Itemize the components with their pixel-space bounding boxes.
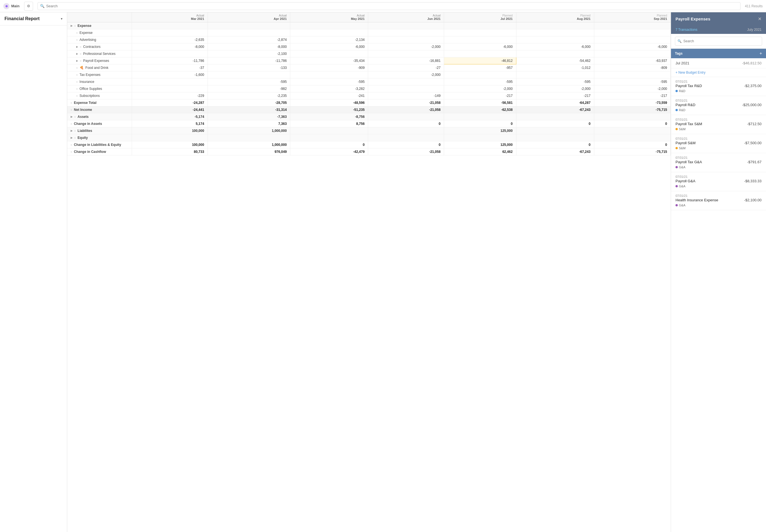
row-value-cell: -6,000	[290, 43, 368, 50]
transaction-amount: -$2,375.00	[744, 84, 762, 88]
top-nav: ◉ Main ⚙ 🔍 411 Results	[0, 0, 766, 12]
row-value-cell: 976,049	[208, 148, 290, 155]
right-panel: Payroll Expenses ✕ 7 Transactions July 2…	[671, 12, 766, 532]
transaction-item[interactable]: 07/31/21Payroll Tax R&D-$2,375.00R&D	[671, 77, 766, 96]
drag-icon: ≡	[71, 101, 72, 104]
sidebar-chevron[interactable]: ▾	[61, 17, 62, 21]
expand-icon[interactable]: ▶	[76, 52, 78, 55]
row-value-cell: -37	[132, 64, 208, 71]
food-icon: 🍕	[80, 66, 84, 70]
table-row: ≡Expense Total-24,287-28,705-48,596-21,0…	[67, 99, 671, 106]
tag-label: S&M	[679, 146, 686, 150]
panel-date-label: July 2021	[747, 28, 762, 32]
tag-dot	[676, 204, 678, 206]
row-label-text: Expense Total	[74, 101, 96, 105]
drag-icon: ≡	[74, 136, 76, 139]
panel-new-entry: + New Budget Entry	[671, 68, 766, 77]
row-value-cell: 1,000,000	[208, 141, 290, 148]
row-value-cell: 0	[290, 141, 368, 148]
new-budget-entry-button[interactable]: + New Budget Entry	[676, 71, 762, 74]
drag-icon: ≡	[80, 59, 81, 62]
row-value-cell: -2,000	[594, 85, 671, 92]
drag-icon: ≡	[76, 73, 78, 76]
row-value-cell	[290, 71, 368, 78]
transaction-date: 07/31/21	[676, 175, 762, 178]
row-label-text: Advertising	[80, 38, 96, 42]
expand-icon[interactable]: ▶	[71, 136, 73, 139]
row-value-cell	[594, 36, 671, 43]
drag-icon: ≡	[76, 66, 78, 69]
row-value-cell: -35,434	[290, 57, 368, 64]
row-value-cell: -48,596	[290, 99, 368, 106]
transaction-name-text: Payroll Tax S&M	[676, 122, 702, 126]
col-header-jun2021: ActualJun 2021	[368, 12, 444, 22]
row-label-cell: ▶≡Liabilites	[67, 127, 132, 134]
row-label-cell: ≡Advertising	[67, 36, 132, 43]
table-row: ▶≡Expense	[67, 22, 671, 29]
row-label-text: Professional Services	[83, 52, 115, 56]
row-value-cell	[368, 113, 444, 120]
nav-search-input[interactable]	[46, 4, 738, 8]
transaction-name-text: Payroll Tax R&D	[676, 84, 702, 88]
row-value-cell	[594, 22, 671, 29]
row-value-cell: 0	[368, 120, 444, 127]
row-value-cell	[208, 22, 290, 29]
col-header-apr2021: ActualApr 2021	[208, 12, 290, 22]
col-header-aug2021: PlannedAug 2021	[516, 12, 594, 22]
row-value-cell: 8,756	[290, 120, 368, 127]
row-value-cell: -21,058	[368, 99, 444, 106]
row-value-cell	[516, 127, 594, 134]
transaction-amount: -$2,100.00	[744, 198, 762, 202]
row-value-cell	[444, 71, 516, 78]
expand-icon[interactable]: ▶	[71, 115, 73, 118]
transaction-item[interactable]: 07/31/21Payroll Tax S&M-$712.50S&M	[671, 115, 766, 134]
row-value-cell: -2,100	[208, 50, 290, 57]
tag-dot	[676, 128, 678, 130]
transaction-item[interactable]: 07/31/21Payroll G&A-$8,333.33G&A	[671, 172, 766, 191]
row-label-cell: ▶≡Contractors	[67, 43, 132, 50]
transaction-amount: -$791.67	[747, 160, 762, 164]
row-value-cell	[132, 85, 208, 92]
col-header-jul2021: PlannedJul 2021	[444, 12, 516, 22]
row-label-cell: ≡Tax Expenses	[67, 71, 132, 78]
panel-header: Payroll Expenses ✕	[671, 12, 766, 25]
row-label-text: Food and Drink	[85, 66, 108, 70]
row-label-text: Insurance	[80, 80, 94, 84]
drag-icon: ≡	[71, 122, 72, 125]
table-row: ▶≡Equity	[67, 134, 671, 141]
expand-icon[interactable]: ▶	[71, 24, 73, 27]
row-value-cell: -809	[594, 64, 671, 71]
row-value-cell	[594, 50, 671, 57]
row-value-cell: -2,000	[516, 85, 594, 92]
drag-icon: ≡	[74, 115, 76, 118]
row-value-cell: -217	[594, 92, 671, 99]
expand-icon[interactable]: ▶	[76, 45, 78, 48]
row-value-cell	[368, 85, 444, 92]
transaction-item[interactable]: 07/31/21Payroll R&D-$25,000.00R&D	[671, 96, 766, 115]
row-value-cell: -24,441	[132, 106, 208, 113]
row-value-cell: -75,715	[594, 106, 671, 113]
row-value-cell	[444, 50, 516, 57]
transaction-item[interactable]: 07/31/21Health Insurance Expense-$2,100.…	[671, 191, 766, 210]
panel-search-input[interactable]	[683, 39, 760, 43]
panel-tags-plus-button[interactable]: +	[760, 51, 762, 56]
drag-icon: ≡	[76, 31, 78, 34]
row-value-cell: -16,881	[368, 57, 444, 64]
col-header-mar2021: ActualMar 2021	[132, 12, 208, 22]
gear-button[interactable]: ⚙	[24, 2, 33, 11]
row-value-cell: -6,000	[516, 43, 594, 50]
transaction-item[interactable]: 07/31/21Payroll Tax G&A-$791.67G&A	[671, 153, 766, 172]
panel-close-button[interactable]: ✕	[758, 16, 762, 22]
tag-dot	[676, 109, 678, 111]
transaction-item[interactable]: 07/31/21Payroll S&M-$7,500.00S&M	[671, 134, 766, 153]
row-value-cell: 0	[594, 141, 671, 148]
row-label-text: Net Income	[74, 108, 92, 112]
drag-icon: ≡	[76, 94, 78, 97]
row-value-cell	[368, 22, 444, 29]
expand-icon[interactable]: ▶	[71, 129, 73, 132]
expand-icon[interactable]: ▶	[76, 59, 78, 62]
row-label-cell: ≡Change in Assets	[67, 120, 132, 127]
drag-icon: ≡	[80, 52, 81, 55]
row-value-cell: 100,000	[132, 127, 208, 134]
row-value-cell	[516, 29, 594, 36]
